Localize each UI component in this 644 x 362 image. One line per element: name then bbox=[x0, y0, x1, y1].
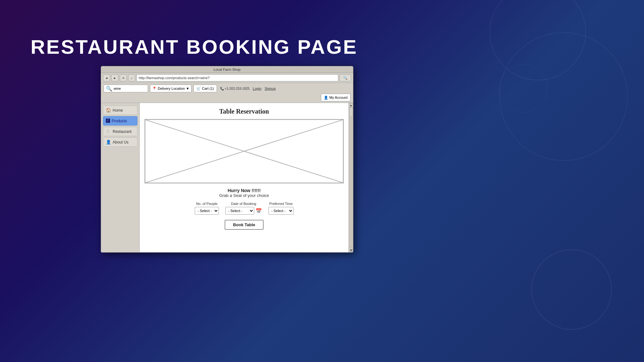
account-icon: 👤 bbox=[324, 96, 328, 100]
deco-circle-4 bbox=[499, 64, 547, 113]
placeholder-svg bbox=[145, 120, 343, 183]
scroll-track bbox=[349, 107, 353, 248]
search-box[interactable]: 🔍 bbox=[104, 85, 148, 92]
browser-title: Local Farm Shop bbox=[214, 68, 241, 71]
urgency-title: Hurry Now !!!!!! bbox=[145, 188, 344, 193]
my-account-button[interactable]: 👤 My Account bbox=[321, 94, 350, 101]
site-body: 🏠 Home 🅿 Products 🍴 Restaurant 👤 About U… bbox=[101, 103, 353, 252]
about-icon: 👤 bbox=[106, 140, 111, 144]
cart-label: Cart (1) bbox=[202, 87, 214, 90]
people-group: No. of People - Select - 123 456 78910 bbox=[195, 202, 219, 215]
booking-form: No. of People - Select - 123 456 78910 D… bbox=[145, 202, 344, 215]
urgency-subtitle: Grab a Seat of your choice bbox=[145, 193, 344, 198]
nav-forward-button[interactable]: ► bbox=[111, 74, 118, 81]
people-label: No. of People bbox=[195, 202, 219, 206]
date-label: Date of Booking bbox=[225, 202, 262, 206]
sidebar-item-restaurant[interactable]: 🍴 Restaurant bbox=[103, 127, 137, 136]
calendar-icon[interactable]: 📅 bbox=[256, 208, 262, 214]
phone-number: 📞 +1-202-253-1825 bbox=[220, 87, 250, 90]
time-group: Preferred Time - Select - 12:00 PM1:00 P… bbox=[268, 202, 294, 215]
delivery-dropdown-icon: ▼ bbox=[186, 87, 189, 90]
login-link[interactable]: Login bbox=[253, 87, 261, 90]
cart-icon: 🛒 bbox=[196, 87, 201, 91]
browser-window: Local Farm Shop ◄ ► ✕ ⌂ 🔍 🔍 📍 Delivery L… bbox=[101, 66, 353, 253]
delivery-location-button[interactable]: 📍 Delivery Location ▼ bbox=[150, 85, 191, 92]
book-table-button[interactable]: Book Table bbox=[225, 220, 264, 230]
sidebar-item-about-label: About Us bbox=[113, 140, 128, 144]
sidebar-item-restaurant-label: Restaurant bbox=[113, 129, 132, 134]
urgency-section: Hurry Now !!!!!! Grab a Seat of your cho… bbox=[145, 188, 344, 198]
browser-search-button[interactable]: 🔍 bbox=[340, 74, 351, 81]
scroll-up-arrow[interactable]: ▲ bbox=[349, 103, 353, 107]
hero-image-placeholder bbox=[145, 119, 344, 183]
url-bar[interactable] bbox=[136, 74, 338, 81]
slide-title: RESTAURANT BOOKING PAGE bbox=[31, 35, 358, 58]
people-select[interactable]: - Select - 123 456 78910 bbox=[195, 207, 219, 215]
browser-titlebar: Local Farm Shop bbox=[101, 66, 353, 73]
nav-stop-button[interactable]: ✕ bbox=[120, 74, 127, 81]
scroll-thumb[interactable] bbox=[349, 107, 353, 117]
sidebar-item-home[interactable]: 🏠 Home bbox=[103, 106, 137, 115]
sidebar-item-products[interactable]: 🅿 Products bbox=[103, 116, 137, 125]
cart-button[interactable]: 🛒 Cart (1) bbox=[193, 85, 217, 92]
sidebar-item-home-label: Home bbox=[113, 108, 123, 113]
search-icon: 🔍 bbox=[106, 86, 112, 92]
date-select[interactable]: - Select - bbox=[225, 207, 254, 215]
date-group: Date of Booking - Select - 📅 bbox=[225, 202, 262, 215]
page-title: Table Reservation bbox=[145, 108, 344, 115]
site-header: 🔍 📍 Delivery Location ▼ 🛒 Cart (1) 📞 +1-… bbox=[101, 83, 353, 103]
signup-link[interactable]: Signup bbox=[265, 87, 275, 90]
sidebar: 🏠 Home 🅿 Products 🍴 Restaurant 👤 About U… bbox=[101, 103, 140, 252]
products-icon: 🅿 bbox=[106, 118, 110, 123]
browser-toolbar: ◄ ► ✕ ⌂ 🔍 bbox=[101, 73, 353, 83]
nav-home-button[interactable]: ⌂ bbox=[128, 74, 135, 81]
location-icon: 📍 bbox=[152, 87, 157, 91]
my-account-label: My Account bbox=[329, 96, 348, 99]
site-header-row2: 👤 My Account bbox=[104, 94, 350, 101]
search-input[interactable] bbox=[114, 87, 146, 90]
browser-scrollbar: ▲ ▼ bbox=[349, 103, 353, 252]
deco-circle-3 bbox=[531, 249, 612, 330]
date-input-group: - Select - 📅 bbox=[225, 207, 262, 215]
restaurant-icon: 🍴 bbox=[106, 129, 111, 134]
sidebar-item-about[interactable]: 👤 About Us bbox=[103, 137, 137, 147]
main-content: Table Reservation Hurry Now !!!!!! Grab … bbox=[140, 103, 349, 252]
time-label: Preferred Time bbox=[268, 202, 294, 206]
site-header-row1: 🔍 📍 Delivery Location ▼ 🛒 Cart (1) 📞 +1-… bbox=[104, 85, 350, 92]
time-select[interactable]: - Select - 12:00 PM1:00 PM 2:00 PM6:00 P… bbox=[268, 207, 294, 215]
sidebar-item-products-label: Products bbox=[112, 119, 127, 123]
nav-back-button[interactable]: ◄ bbox=[103, 74, 110, 81]
resize-handle[interactable]: ◢ bbox=[350, 248, 352, 252]
home-icon: 🏠 bbox=[106, 108, 111, 113]
delivery-location-label: Delivery Location bbox=[158, 87, 185, 90]
